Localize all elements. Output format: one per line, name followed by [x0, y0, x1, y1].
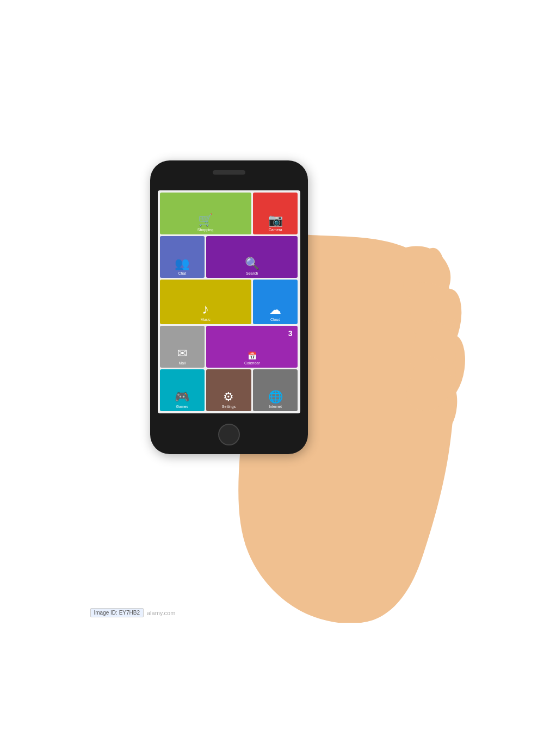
home-button[interactable] [218, 424, 240, 445]
chat-icon: 👥 [175, 258, 189, 270]
calendar-date: 3 [288, 329, 293, 338]
internet-label: Internet [269, 405, 282, 408]
phone-speaker [213, 170, 245, 175]
camera-icon: 📷 [268, 214, 283, 226]
app-tile-calendar[interactable]: 3 📅 Calendar [206, 326, 298, 368]
app-tile-settings[interactable]: ⚙ Settings [206, 369, 251, 411]
games-label: Games [176, 405, 189, 408]
app-tile-mail[interactable]: ✉ Mail [160, 326, 205, 368]
scene: 🛒 Shopping 📷 Camera 👥 Chat 🔍 Search ♪ Mu… [85, 133, 466, 623]
app-tile-internet[interactable]: 🌐 Internet [253, 369, 298, 411]
shopping-label: Shopping [197, 228, 214, 232]
settings-label: Settings [222, 405, 236, 408]
app-tile-games[interactable]: 🎮 Games [160, 369, 205, 411]
calendar-icon: 📅 [248, 352, 257, 360]
phone-screen: 🛒 Shopping 📷 Camera 👥 Chat 🔍 Search ♪ Mu… [158, 190, 300, 413]
settings-icon: ⚙ [223, 391, 234, 403]
app-tile-search[interactable]: 🔍 Search [206, 236, 298, 278]
search-icon: 🔍 [245, 258, 259, 270]
music-icon: ♪ [202, 302, 209, 316]
internet-icon: 🌐 [268, 391, 283, 403]
phone-body: 🛒 Shopping 📷 Camera 👥 Chat 🔍 Search ♪ Mu… [150, 160, 308, 454]
camera-label: Camera [269, 228, 282, 232]
search-label: Search [246, 271, 258, 275]
mail-icon: ✉ [177, 348, 187, 360]
app-tile-music[interactable]: ♪ Music [160, 280, 251, 324]
app-tile-cloud[interactable]: ☁ Cloud [253, 280, 298, 324]
cloud-label: Cloud [270, 318, 280, 321]
alamy-badge: Image ID: EY7HB2 [90, 608, 144, 617]
app-tile-shopping[interactable]: 🛒 Shopping [160, 193, 251, 234]
chat-label: Chat [178, 271, 186, 275]
mail-label: Mail [178, 361, 186, 365]
music-label: Music [201, 318, 211, 321]
app-tile-camera[interactable]: 📷 Camera [253, 193, 298, 234]
calendar-label: Calendar [244, 361, 259, 365]
app-tile-chat[interactable]: 👥 Chat [160, 236, 205, 278]
cloud-icon: ☁ [269, 304, 281, 316]
shopping-icon: 🛒 [198, 214, 213, 226]
games-icon: 🎮 [175, 391, 189, 403]
